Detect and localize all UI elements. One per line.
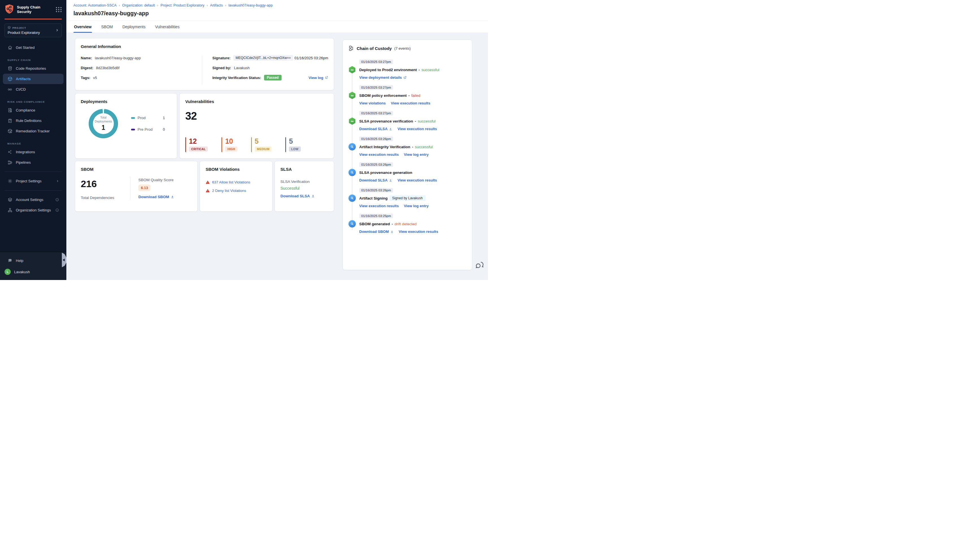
panel-title: Chain of Custody <box>357 46 392 51</box>
download-sbom-link[interactable]: Download SBOM <box>138 195 174 199</box>
digest-label: Digest: <box>81 66 93 70</box>
scan-circle-icon <box>349 220 356 228</box>
sidebar-item-remediation-tracker[interactable]: Remediation Tracker <box>3 126 63 136</box>
sidebar-item-help[interactable]: ? Help <box>3 255 63 266</box>
sidebar-item-artifacts[interactable]: Artifacts <box>3 74 63 84</box>
breadcrumb: Account: Automation-SSCA › Organization:… <box>67 0 488 7</box>
signed-by-badge: Signed by Lavakush <box>389 195 425 201</box>
sidebar-item-cicd[interactable]: CI/CD <box>3 84 63 95</box>
info-icon[interactable] <box>55 208 59 212</box>
view-log-entry-link[interactable]: View log entry <box>404 204 429 208</box>
sidebar-item-code-repositories[interactable]: Code Repositories <box>3 63 63 74</box>
tab-bar: Overview SBOM Deployments Vulnerabilitie… <box>67 20 488 33</box>
integrity-status-label: Integrity Verification Status: <box>212 76 261 80</box>
deploy-hexagon-icon: ∞ <box>349 66 356 73</box>
severity-low: 5 LOW <box>285 137 300 152</box>
sidebar-item-label: Project Settings <box>16 179 42 183</box>
project-selector[interactable]: PROJECT Product Exploratory <box>5 23 62 37</box>
sidebar-item-compliance[interactable]: Compliance <box>3 105 63 115</box>
view-deployment-details-link[interactable]: View deployment details <box>359 75 407 80</box>
sbom-quality-score: 6.13 <box>138 185 150 191</box>
breadcrumb-artifact-name[interactable]: lavakush07/easy-buggy-app <box>229 3 272 7</box>
slsa-verification-status: Successful <box>280 186 328 190</box>
view-execution-results-link[interactable]: View execution results <box>359 152 399 157</box>
view-execution-results-link[interactable]: View execution results <box>359 204 399 208</box>
sidebar-item-organization-settings[interactable]: Organization Settings <box>3 205 63 215</box>
view-execution-results-link[interactable]: View execution results <box>397 178 437 182</box>
deploy-hexagon-icon: ∞ <box>349 92 356 99</box>
severity-bar <box>251 137 252 152</box>
view-log-link[interactable]: View log <box>309 76 329 80</box>
chain-event: 01/16/2025 03:26pm Artifact Signing Sign… <box>349 188 466 208</box>
download-icon <box>170 195 174 199</box>
pre-prod-swatch <box>131 129 135 130</box>
scan-circle-icon <box>349 169 356 176</box>
sidebar-item-integrations[interactable]: Integrations <box>3 147 63 157</box>
download-icon <box>390 230 394 233</box>
grid-menu-icon[interactable] <box>56 7 62 12</box>
sidebar-header: Supply Chain Security <box>0 0 67 20</box>
clipboard-check-icon <box>7 118 12 123</box>
breadcrumb-project[interactable]: Project: Product Exploratory <box>160 3 204 7</box>
signature-label: Signature: <box>212 56 230 60</box>
download-sbom-link[interactable]: Download SBOM <box>359 230 394 234</box>
app-title: Supply Chain Security <box>17 5 44 14</box>
name-label: Name: <box>81 56 92 60</box>
page-title: lavakush07/easy-buggy-app <box>67 7 488 17</box>
download-slsa-link[interactable]: Download SLSA <box>359 127 392 131</box>
support-chat-icon[interactable] <box>474 260 485 270</box>
page-header: Account: Automation-SSCA › Organization:… <box>67 0 488 33</box>
sbom-total-label: Total Dependencies <box>81 196 130 200</box>
view-execution-results-link[interactable]: View execution results <box>391 101 430 105</box>
vulnerabilities-card: Vulnerabilities 32 12 CRITICAL 10 <box>179 93 334 158</box>
donut-center-label: Total Deployments <box>94 116 113 123</box>
breadcrumb-account[interactable]: Account: Automation-SSCA <box>73 3 117 7</box>
card-title: Vulnerabilities <box>185 99 328 104</box>
download-slsa-link[interactable]: Download SLSA <box>280 194 328 198</box>
download-icon <box>389 127 392 131</box>
deployments-donut-chart: Total Deployments 1 <box>89 109 118 138</box>
chain-event: 01/16/2025 03:27pm ∞ SBOM policy enforce… <box>349 85 466 105</box>
breadcrumb-organization[interactable]: Organization: default <box>122 3 155 7</box>
severity-bar <box>222 137 222 152</box>
overview-body: General Information Name: lavakush07/eas… <box>67 33 488 280</box>
legend-item-pre-prod: Pre Prod 0 <box>131 127 165 132</box>
nav-divider <box>5 172 62 172</box>
remediation-box-icon <box>7 129 12 134</box>
tab-deployments[interactable]: Deployments <box>122 25 146 33</box>
infinity-icon <box>7 87 12 92</box>
event-status: failed <box>412 93 420 98</box>
layers-gear-icon <box>7 197 12 202</box>
tab-overview[interactable]: Overview <box>73 25 92 33</box>
breadcrumb-artifacts[interactable]: Artifacts <box>210 3 223 7</box>
allow-list-violations-link[interactable]: 637 Allow list Violations <box>212 180 250 184</box>
deployments-card: Deployments Total Deployments 1 Prod 1 <box>75 93 177 158</box>
download-slsa-link[interactable]: Download SLSA <box>359 178 392 182</box>
slsa-verification-label: SLSA Verification <box>280 180 328 184</box>
sidebar-item-project-settings[interactable]: Project Settings <box>3 176 63 186</box>
tab-sbom[interactable]: SBOM <box>100 25 113 33</box>
signed-by-label: Signed by: <box>212 66 231 70</box>
severity-count: 10 <box>225 138 237 145</box>
sidebar-item-account-settings[interactable]: Account Settings <box>3 195 63 205</box>
digest-value: 8d23bd3b5d8f <box>96 66 120 70</box>
tab-vulnerabilities[interactable]: Vulnerabilities <box>155 25 180 33</box>
view-violations-link[interactable]: View violations <box>359 101 386 105</box>
view-execution-results-link[interactable]: View execution results <box>399 230 438 234</box>
deny-list-violations-link[interactable]: 2 Deny list Violations <box>212 188 246 193</box>
user-menu[interactable]: L Lavakush <box>0 266 67 277</box>
sidebar-item-rule-definitions[interactable]: Rule Definitions <box>3 115 63 126</box>
view-log-entry-link[interactable]: View log entry <box>404 152 429 157</box>
info-icon[interactable] <box>55 198 59 202</box>
event-timestamp: 01/16/2025 03:25pm <box>359 214 393 218</box>
card-title: SBOM Violations <box>205 167 267 172</box>
external-link-icon <box>403 76 407 79</box>
chain-of-custody-panel: Chain of Custody (7 events) 01/16/2025 0… <box>342 40 472 270</box>
signature-value: MEQCICde2VjIT...bL+2+mqnOXw== <box>233 55 293 61</box>
sidebar-item-label: Integrations <box>16 150 35 154</box>
compliance-doc-icon <box>7 108 12 113</box>
view-execution-results-link[interactable]: View execution results <box>397 127 437 131</box>
collapse-arrow-icon <box>63 258 65 262</box>
sidebar-item-pipelines[interactable]: Pipelines <box>3 157 63 168</box>
sidebar-item-get-started[interactable]: Get Started <box>3 42 63 53</box>
